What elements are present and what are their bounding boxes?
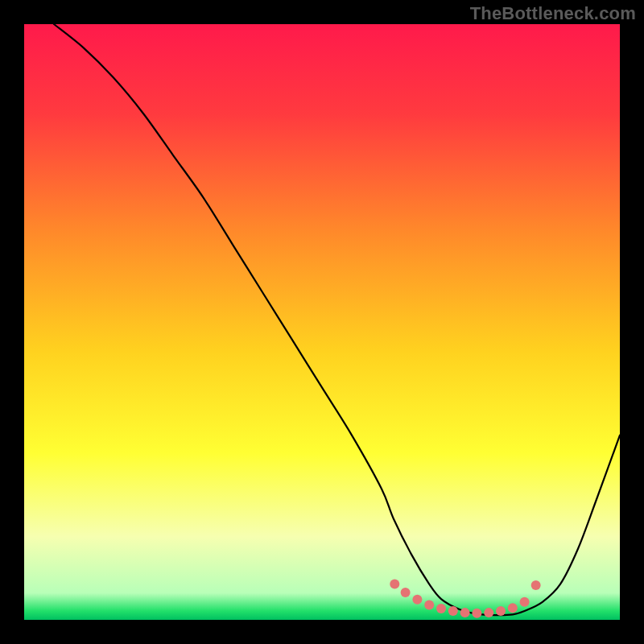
marker-dot xyxy=(531,580,541,590)
marker-dot xyxy=(401,588,411,597)
marker-dot xyxy=(496,606,506,616)
marker-dot xyxy=(508,603,518,613)
marker-dot xyxy=(484,608,493,617)
bottleneck-chart xyxy=(0,0,644,644)
marker-dot xyxy=(424,601,434,610)
watermark-text: TheBottleneck.com xyxy=(470,3,636,24)
marker-dot xyxy=(460,608,470,617)
marker-dot xyxy=(520,597,530,607)
marker-dot xyxy=(390,580,399,589)
gradient-background xyxy=(24,24,620,620)
chart-root: TheBottleneck.com xyxy=(0,0,644,644)
marker-dot xyxy=(412,595,422,605)
marker-dot xyxy=(472,609,481,618)
marker-dot xyxy=(436,604,446,613)
marker-dot xyxy=(448,606,458,616)
